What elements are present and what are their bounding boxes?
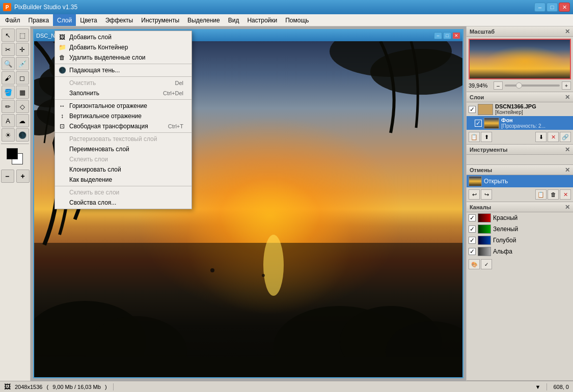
menu-flip-horizontal[interactable]: ↔ Горизонтальное отражение [55,101,192,111]
menu-flip-vertical[interactable]: ↕ Вертикальное отражение [55,111,192,121]
status-coords: 608, 0 [553,384,569,390]
channel-green-checkbox[interactable]: ✓ [469,226,476,233]
layers-header: Слои ✕ [467,92,573,102]
history-item-open[interactable]: Открыть [467,175,573,187]
menu-layer[interactable]: Слой [53,14,76,26]
scale-slider[interactable] [505,85,560,87]
history-redo-button[interactable]: ↪ [481,189,492,200]
menu-delete-selected-layers[interactable]: 🗑 Удалить выделенные слои [55,52,192,63]
menu-drop-shadow[interactable]: 🌑 Падающая тень... [55,65,192,75]
menu-clone-layer[interactable]: Клонировать слой [55,164,192,175]
select-tool[interactable]: ↖ [2,29,15,42]
scale-title: Масштаб [470,29,495,35]
smudge-tool[interactable]: ☁ [16,114,29,127]
burn-tool[interactable]: 🌑 [16,128,29,142]
menu-free-transform[interactable]: ⊡ Свободная трансформация Ctrl+T [55,121,192,131]
pen-tool[interactable]: ✏ [2,100,15,113]
menu-rename-layer[interactable]: Переименовать слой [55,144,192,154]
image-maximize[interactable]: □ [443,32,451,39]
shape-tool[interactable]: ◇ [16,100,29,113]
channel-green[interactable]: ✓ Зеленый [467,223,573,235]
history-title: Отмены [470,167,492,173]
tool-row-3: 🔍 💉 [2,57,29,70]
color-swatches[interactable] [7,148,24,165]
status-dropdown[interactable]: ▼ [535,384,541,390]
image-minimize[interactable]: – [434,32,442,39]
layers-close[interactable]: ✕ [565,94,570,101]
layer-add-action[interactable]: 📋 [469,132,480,142]
channel-alpha[interactable]: ✓ Альфа [467,246,573,257]
history-clear-button[interactable]: ✕ [560,189,571,200]
channels-close[interactable]: ✕ [565,204,570,211]
history-copy-button[interactable]: 📋 [535,189,547,200]
layer-checkbox-background[interactable]: ✓ [475,120,482,127]
title-bar: P PixBuilder Studio v1.35 – □ ✕ [0,0,573,14]
status-filesize: 9,00 Mb / 16,03 Mb [52,384,101,390]
layer-item-background[interactable]: ✓ Фон [Прозрачность: 2... [467,116,573,130]
menu-colors[interactable]: Цвета [76,14,101,26]
status-parens-close: ) [105,384,107,390]
foreground-color[interactable] [7,148,18,159]
layer-delete-action[interactable]: ✕ [548,132,559,142]
menu-view[interactable]: Вид [224,14,243,26]
minus-button[interactable]: – [1,170,14,183]
gradient-tool[interactable]: ▦ [16,86,29,99]
dodge-tool[interactable]: ☀ [2,128,15,142]
menu-effects[interactable]: Эффекты [101,14,138,26]
channels-title: Каналы [470,204,491,210]
brush-tool[interactable]: 🖌 [2,71,15,85]
history-section: Отмены ✕ Открыть ↩ ↪ 📋 🗑 ✕ [467,165,573,202]
layer-move-down-action[interactable]: ⬇ [535,132,547,142]
channel-red[interactable]: ✓ Красный [467,212,573,223]
menu-rasterize: Растеризовать текстовый слой [55,134,192,144]
scale-minus-button[interactable]: – [494,81,503,90]
history-trash-button[interactable]: 🗑 [548,189,559,200]
channel-alpha-checkbox[interactable]: ✓ [469,248,476,255]
menu-selection[interactable]: Выделение [183,14,224,26]
layer-checkbox-container[interactable]: ✓ [469,106,476,113]
fill-tool[interactable]: 🪣 [2,86,15,99]
layer-info-container: DSCN1366.JPG [Контейнер] [495,103,571,115]
scale-close[interactable]: ✕ [565,28,570,35]
menu-settings[interactable]: Настройки [243,14,281,26]
svg-point-15 [262,274,265,277]
layer-link-action[interactable]: 🔗 [560,132,571,142]
menu-edit[interactable]: Правка [24,14,53,26]
menu-tools[interactable]: Инструменты [137,14,183,26]
zoom-tool[interactable]: 🔍 [2,57,15,70]
menu-file[interactable]: Файл [1,14,24,26]
menu-add-layer[interactable]: 🖼 Добавить слой [55,32,192,42]
channel-action-2[interactable]: ✓ [481,259,492,269]
eyedropper-tool[interactable]: 💉 [16,57,29,70]
lasso-tool[interactable]: ⬚ [16,29,29,42]
menu-fill[interactable]: Заполнить Ctrl+Del [55,88,192,98]
image-window-controls: – □ ✕ [434,32,460,39]
history-undo-button[interactable]: ↩ [469,189,480,200]
minimize-button[interactable]: – [534,3,545,12]
menu-help[interactable]: Помощь [281,14,313,26]
menu-as-selection[interactable]: Как выделение [55,175,192,185]
crop-tool[interactable]: ✂ [2,43,15,56]
title-bar-left: P PixBuilder Studio v1.35 [3,3,77,11]
channel-action-1[interactable]: 🎨 [469,259,480,269]
instruments-close[interactable]: ✕ [565,146,570,153]
menu-add-container[interactable]: 📁 Добавить Контейнер [55,42,192,52]
separator-5 [55,186,192,186]
move-tool[interactable]: ✛ [16,43,29,56]
layer-name-container: DSCN1366.JPG [495,103,571,109]
layer-move-up-action[interactable]: ⬆ [481,132,492,142]
history-close[interactable]: ✕ [565,166,570,174]
eraser-tool[interactable]: ◻ [16,71,29,85]
text-tool[interactable]: A [2,114,15,127]
channel-blue[interactable]: ✓ Голубой [467,235,573,246]
plus-button[interactable]: + [16,170,30,183]
close-button[interactable]: ✕ [559,3,570,12]
image-close[interactable]: ✕ [452,32,460,39]
layer-item-container[interactable]: ✓ DSCN1366.JPG [Контейнер] [467,102,573,116]
add-container-icon: 📁 [58,43,66,51]
channel-blue-checkbox[interactable]: ✓ [469,237,476,244]
maximize-button[interactable]: □ [547,3,558,12]
menu-layer-properties[interactable]: Свойства слоя... [55,198,192,208]
scale-plus-button[interactable]: + [562,81,571,90]
channel-red-checkbox[interactable]: ✓ [469,214,476,221]
